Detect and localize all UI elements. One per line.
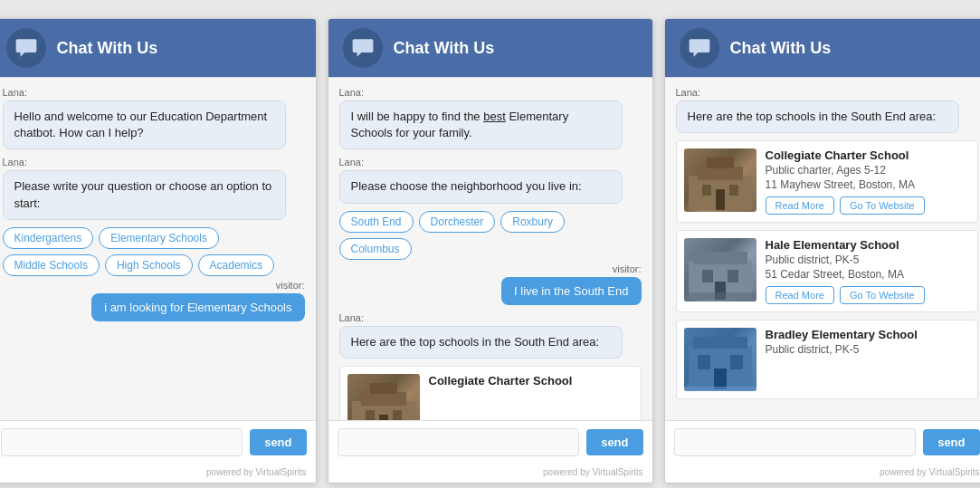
lana-bubble-2b: Please choose the neighborhood you live … [339,170,623,203]
chat-title-2: Chat With Us [394,39,495,58]
svg-rect-3 [366,410,375,421]
option-south-end[interactable]: South End [339,211,414,233]
svg-rect-7 [698,167,743,180]
send-button-2[interactable]: send [586,429,642,455]
option-roxbury[interactable]: Roxbury [500,211,565,233]
school-info-3-3: Bradley Elementary School Public distric… [766,328,970,391]
lana-label-3a: Lana: [676,87,978,98]
go-to-website-button-3-2[interactable]: Go To Website [840,286,925,304]
school-name-3-2: Hale Elementary School [766,238,970,252]
svg-rect-1 [361,392,406,406]
svg-rect-17 [684,292,756,301]
send-button-1[interactable]: send [250,429,306,455]
chat-bubble-icon-2 [351,36,375,60]
chat-footer-3: send [665,421,981,464]
chat-title-1: Chat With Us [57,39,158,58]
school-name-3-1: Collegiate Charter School [766,148,970,162]
option-academics[interactable]: Academics [198,254,275,276]
svg-rect-21 [730,355,743,369]
svg-rect-11 [716,189,725,210]
read-more-button-3-2[interactable]: Read More [766,286,834,304]
svg-rect-13 [693,252,747,264]
lana-label-1a: Lana: [3,87,305,98]
visitor-label-1: visitor: [3,280,305,291]
school-type-3-3: Public district, PK-5 [766,343,970,356]
chat-input-1[interactable] [1,428,243,456]
chat-header-2: Chat With Us [328,19,652,77]
building-svg-3-2 [684,238,756,301]
send-button-3[interactable]: send [923,429,979,455]
lana-label-2b: Lana: [339,157,642,167]
visitor-bubble-1: i am looking for Elementary Schools [91,293,304,321]
school-address-3-2: 51 Cedar Street, Boston, MA [766,268,970,281]
school-image-3-2 [684,238,756,301]
chat-body-2[interactable]: Lana: I will be happy to find the best E… [328,77,652,421]
option-middle-schools[interactable]: Middle Schools [3,254,100,276]
school-building-3-1 [684,148,756,212]
school-image-building [347,374,420,421]
svg-rect-19 [693,337,747,349]
chat-footer-2: send [328,421,652,464]
lana-label-1b: Lana: [3,157,305,167]
school-image-3-1 [684,148,756,212]
school-card-3-1: Collegiate Charter School Public charter… [676,140,978,223]
school-buttons-3-2: Read More Go To Website [766,286,970,304]
school-name-partial: Collegiate Charter School [429,374,633,388]
visitor-label-2: visitor: [339,263,642,274]
lana-bubble-2a-text: I will be happy to find the best Element… [351,110,569,139]
school-info-partial: Collegiate Charter School [429,374,633,421]
powered-by-3: powered by VirtualSpirits [665,464,981,483]
school-info-3-1: Collegiate Charter School Public charter… [766,148,970,215]
svg-rect-23 [684,387,756,391]
school-card-3-2: Hale Elementary School Public district, … [676,230,978,312]
option-elementary-schools[interactable]: Elementary Schools [99,227,219,249]
svg-rect-4 [393,410,402,421]
chat-widget-1: Chat With Us Lana: Hello and welcome to … [0,18,317,483]
read-more-button-3-1[interactable]: Read More [766,196,834,215]
school-card-3-3: Bradley Elementary School Public distric… [676,320,978,399]
option-dorchester[interactable]: Dorchester [419,211,496,233]
school-buttons-3-1: Read More Go To Website [766,196,970,215]
option-columbus[interactable]: Columbus [339,238,412,260]
school-image-partial [347,374,420,421]
lana-bubble-1a: Hello and welcome to our Education Depar… [3,100,287,149]
svg-rect-10 [729,185,738,196]
svg-rect-22 [714,368,727,389]
lana-label-2c: Lana: [339,312,642,323]
chat-footer-1: send [0,421,316,464]
visitor-bubble-2: I live in the South End [501,277,641,305]
option-kindergartens[interactable]: Kindergartens [3,227,94,249]
chat-icon-3 [680,28,719,68]
go-to-website-button-3-1[interactable]: Go To Website [840,196,925,215]
school-type-3-2: Public district, PK-5 [766,254,970,266]
svg-rect-15 [728,270,738,282]
visitor-wrap-2: visitor: I live in the South End [339,263,642,305]
chat-input-3[interactable] [674,428,917,456]
svg-rect-5 [379,415,388,421]
chat-body-3[interactable]: Lana: Here are the top schools in the So… [665,77,981,421]
school-info-3-2: Hale Elementary School Public district, … [766,238,970,304]
svg-rect-8 [707,158,734,168]
powered-by-2: powered by VirtualSpirits [328,464,652,483]
school-card-partial: Collegiate Charter School [339,366,642,421]
chat-icon-2 [343,28,383,68]
chat-body-1[interactable]: Lana: Hello and welcome to our Education… [0,77,316,421]
chat-header-1: Chat With Us [0,19,316,77]
visitor-wrap-1: visitor: i am looking for Elementary Sch… [3,280,305,321]
svg-rect-2 [370,383,397,394]
lana-bubble-3a: Here are the top schools in the South En… [676,100,960,133]
school-building-3-3 [684,328,756,391]
chat-widget-2: Chat With Us Lana: I will be happy to fi… [328,18,653,483]
option-buttons-2: South End Dorchester Roxbury Columbus [339,211,642,260]
lana-bubble-2c: Here are the top schools in the South En… [339,326,623,359]
svg-rect-20 [698,355,710,369]
school-building-3-2 [684,238,756,301]
option-buttons-1: Kindergartens Elementary Schools Middle … [3,227,305,276]
lana-bubble-1b: Please write your question or choose an … [3,170,287,219]
school-name-3-3: Bradley Elementary School [766,328,970,341]
option-high-schools[interactable]: High Schools [105,254,193,276]
chat-bubble-icon-3 [688,36,711,60]
lana-label-2a: Lana: [339,87,642,98]
chat-input-2[interactable] [338,428,580,456]
school-type-3-1: Public charter, Ages 5-12 [766,164,970,177]
